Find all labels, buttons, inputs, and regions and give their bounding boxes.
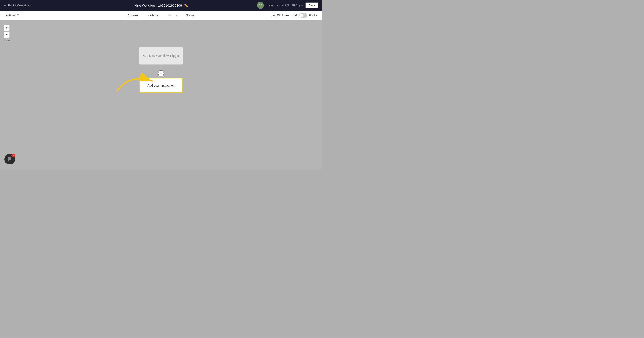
- zoom-in-button[interactable]: +: [4, 25, 10, 31]
- zoom-controls: + − 100%: [4, 25, 10, 42]
- trigger-node-label: Add New Workflow Trigger: [143, 54, 179, 58]
- trigger-node[interactable]: Add New Workflow Trigger: [139, 47, 183, 65]
- draft-publish-switch[interactable]: [299, 13, 307, 17]
- chat-icon: [7, 157, 12, 162]
- tab-settings[interactable]: Settings: [143, 11, 163, 20]
- back-to-workflows[interactable]: ← Back to Workflows: [4, 4, 32, 7]
- updated-text: Updated at Jun 29th, 10:29 pm: [266, 4, 303, 7]
- chat-badge: 5: [12, 154, 16, 158]
- first-action-node[interactable]: Add your first action: [139, 78, 183, 93]
- edit-title-icon[interactable]: ✏️: [184, 3, 188, 7]
- tab-actions[interactable]: Actions: [123, 11, 143, 20]
- zoom-level: 100%: [4, 39, 10, 42]
- workflow-title: New Workflow : 1688102966208: [134, 3, 182, 7]
- tabs-container: Actions Settings History Status: [123, 11, 199, 20]
- back-arrow-icon: ←: [4, 4, 6, 7]
- secondary-right: Test Workflow Draft Publish: [271, 13, 318, 17]
- draft-label: Draft: [292, 14, 298, 17]
- avatar: GP: [257, 2, 264, 9]
- test-workflow-button[interactable]: Test Workflow: [271, 14, 289, 17]
- tab-status[interactable]: Status: [182, 11, 199, 20]
- publish-label[interactable]: Publish: [309, 14, 318, 17]
- secondary-bar: Actions ▼ Actions Settings History Statu…: [0, 10, 322, 20]
- chat-widget[interactable]: 5: [4, 154, 15, 165]
- plus-icon: +: [160, 71, 162, 75]
- workflow-canvas[interactable]: + − 100% Add New Workflow Trigger + Add …: [0, 20, 322, 169]
- save-button[interactable]: Save: [305, 2, 318, 8]
- chevron-down-icon: ▼: [17, 14, 20, 17]
- tab-history[interactable]: History: [163, 11, 182, 20]
- action-node-label: Add your first action: [147, 84, 175, 87]
- draft-publish-toggle: Draft Publish: [292, 13, 318, 17]
- actions-dropdown-label: Actions: [6, 14, 16, 17]
- actions-dropdown-button[interactable]: Actions ▼: [4, 12, 22, 18]
- back-label: Back to Workflows: [8, 4, 32, 7]
- top-bar-right: GP Updated at Jun 29th, 10:29 pm Save: [257, 2, 318, 9]
- workflow-title-area: New Workflow : 1688102966208 ✏️: [134, 3, 188, 7]
- top-bar: ← Back to Workflows New Workflow : 16881…: [0, 0, 322, 10]
- zoom-out-button[interactable]: −: [4, 32, 10, 38]
- add-node-button[interactable]: +: [158, 70, 164, 76]
